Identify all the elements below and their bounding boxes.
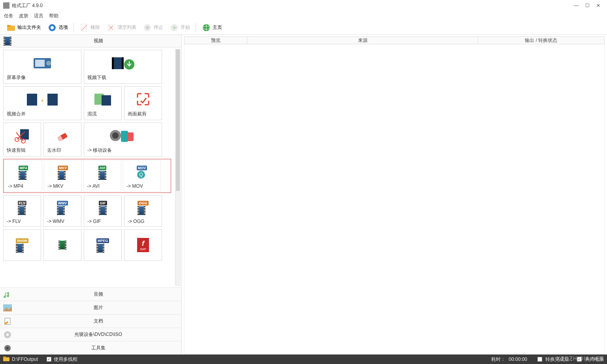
svg-point-48 — [6, 347, 9, 349]
mpeg-icon: MPEG — [87, 232, 118, 258]
home-button[interactable]: 主页 — [199, 22, 224, 33]
tile-mux[interactable]: 混流 — [84, 86, 122, 120]
tile-label: -> MP4 — [8, 183, 39, 189]
tile-to-3gp[interactable] — [43, 229, 81, 261]
tile-to-mobile[interactable]: -> 移动设备 — [84, 123, 162, 157]
avi-icon: AVI — [87, 163, 118, 182]
elapsed-value: 00:00:00 — [509, 356, 527, 362]
title-bar: 格式工厂 4.9.0 ― ☐ ✕ — [0, 0, 607, 11]
scrollbar-thumb[interactable] — [176, 49, 180, 191]
tile-video-download[interactable]: 视频下载 — [84, 50, 162, 84]
tile-to-wmv[interactable]: WMV -> WMV — [43, 195, 81, 227]
tile-label: 去水印 — [47, 147, 78, 154]
remove-button[interactable]: 移除 — [77, 22, 102, 33]
tile-video-merge[interactable]: + 视频合并 — [3, 86, 81, 120]
webm-icon: WebM — [7, 232, 38, 258]
category-video-header[interactable]: 视频 — [0, 35, 181, 47]
clear-list-button[interactable]: 清空列表 — [104, 22, 139, 33]
crop-icon — [128, 89, 158, 109]
menu-task[interactable]: 任务 — [4, 13, 13, 19]
tile-to-flv[interactable]: FLV -> FLV — [3, 195, 41, 227]
category-audio[interactable]: 音频 — [0, 287, 181, 301]
tile-label: -> WMV — [47, 219, 78, 224]
multithread-checkbox[interactable] — [47, 357, 51, 362]
tile-quick-cut[interactable]: 快速剪辑 — [3, 123, 41, 157]
tile-label: 视频合并 — [7, 111, 78, 117]
stop-button[interactable]: 停止 — [140, 22, 166, 33]
tile-remove-watermark[interactable]: 去水印 — [43, 123, 81, 157]
main-area: 视频 屏幕录像 视频下载 — [0, 35, 607, 355]
document-icon — [2, 317, 13, 326]
svg-rect-17 — [35, 60, 45, 67]
tile-crop[interactable]: 画面裁剪 — [124, 86, 162, 120]
svg-rect-37 — [121, 131, 128, 142]
mov-icon: MOVQ — [126, 163, 157, 182]
start-icon — [170, 23, 179, 32]
options-button[interactable]: 选项 — [45, 22, 70, 33]
svg-point-36 — [112, 132, 119, 139]
tile-to-gif[interactable]: GIF -> GIF — [84, 195, 122, 227]
tile-to-swf[interactable]: fSWF — [124, 229, 162, 261]
svg-point-18 — [46, 61, 51, 66]
globe-icon — [202, 23, 211, 32]
multithread-label: 使用多线程 — [54, 356, 77, 363]
svg-point-46 — [6, 334, 9, 336]
menu-help[interactable]: 帮助 — [49, 13, 58, 19]
wmv-icon: WMV — [47, 198, 78, 217]
format-row-highlighted: MP4 -> MP4 MKV -> MKV AVI -> AVI MOVQ ->… — [3, 159, 171, 193]
toolbar-separator — [196, 23, 196, 32]
tile-label: -> AVI — [87, 183, 118, 189]
category-document[interactable]: 文档 — [0, 314, 181, 328]
window-title: 格式工厂 4.9.0 — [12, 2, 43, 9]
maximize-button[interactable]: ☐ — [582, 2, 593, 9]
output-folder-label: 输出文件夹 — [17, 24, 41, 31]
col-output[interactable]: 输出 / 转换状态 — [478, 36, 605, 44]
download-icon — [87, 53, 158, 73]
tile-to-mpeg[interactable]: MPEG — [84, 229, 122, 261]
folder-icon — [6, 23, 16, 32]
tile-to-avi[interactable]: AVI -> AVI — [83, 160, 121, 192]
shutdown-checkbox[interactable] — [577, 357, 582, 362]
category-tools-label: 工具集 — [15, 345, 181, 351]
tiles-scrollbar[interactable] — [175, 49, 181, 286]
menu-language[interactable]: 语言 — [34, 13, 43, 19]
menu-skin[interactable]: 皮肤 — [19, 13, 28, 19]
tile-to-mov[interactable]: MOVQ -> MOV — [123, 160, 161, 192]
clear-icon — [106, 23, 116, 32]
afterdone-checkbox[interactable] — [537, 357, 542, 362]
clear-list-label: 清空列表 — [117, 24, 136, 31]
tile-to-mkv[interactable]: MKV -> MKV — [44, 160, 82, 192]
category-disc[interactable]: 光驱设备\DVD\CD\ISO — [0, 328, 181, 341]
minimize-button[interactable]: ― — [571, 2, 582, 9]
merge-icon: + — [7, 89, 78, 109]
svg-text:+: + — [41, 98, 43, 104]
mkv-icon: MKV — [47, 163, 78, 182]
tile-label: -> 移动设备 — [87, 147, 158, 154]
svg-rect-50 — [3, 356, 6, 358]
col-source[interactable]: 来源 — [247, 36, 478, 44]
video-tiles: 屏幕录像 视频下载 + 视频合并 — [0, 47, 174, 287]
output-path[interactable]: D:\FFOutput — [12, 356, 38, 362]
tile-label: -> MOV — [126, 183, 157, 189]
tile-to-mp4[interactable]: MP4 -> MP4 — [4, 160, 42, 192]
image-icon — [2, 303, 13, 313]
close-button[interactable]: ✕ — [593, 2, 604, 9]
video-icon — [2, 36, 13, 46]
left-panel: 视频 屏幕录像 视频下载 — [0, 35, 182, 355]
category-image[interactable]: 图片 — [0, 301, 181, 314]
start-button[interactable]: 开始 — [167, 22, 192, 33]
tile-to-ogg[interactable]: OGG -> OGG — [124, 195, 162, 227]
tile-label: -> MKV — [47, 183, 78, 189]
elapsed-label: 耗时： — [491, 356, 505, 363]
category-video-label: 视频 — [15, 38, 181, 44]
category-tools[interactable]: 工具集 — [0, 341, 181, 355]
tile-screen-record[interactable]: 屏幕录像 — [3, 50, 81, 84]
swf-icon: fSWF — [128, 232, 158, 258]
svg-rect-27 — [102, 95, 111, 106]
output-folder-button[interactable]: 输出文件夹 — [4, 22, 43, 33]
disc-icon — [2, 330, 13, 339]
tile-label: 快速剪辑 — [7, 147, 38, 154]
remove-icon — [79, 23, 89, 32]
col-preview[interactable]: 预览 — [184, 36, 247, 44]
tile-to-webm[interactable]: WebM — [3, 229, 41, 261]
